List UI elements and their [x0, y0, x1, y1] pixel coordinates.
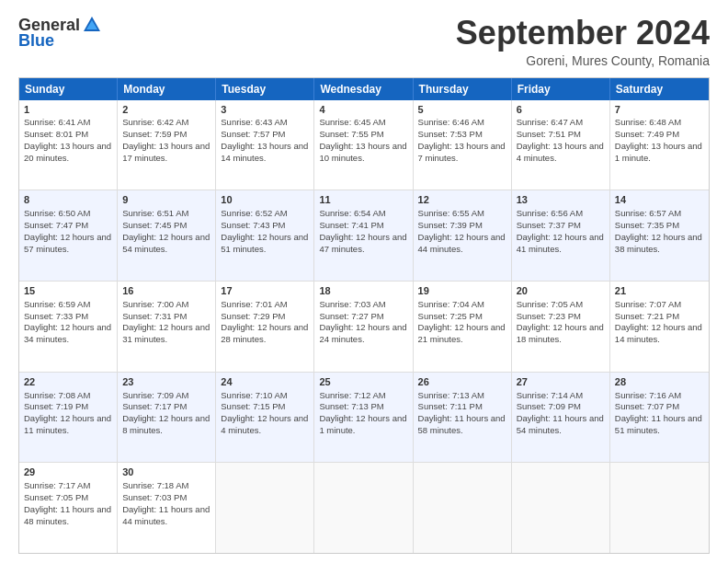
sunset-text: Sunset: 7:47 PM — [24, 220, 88, 230]
logo-icon — [82, 15, 102, 35]
day-number: 11 — [319, 193, 407, 207]
sunrise-text: Sunrise: 7:08 AM — [24, 390, 90, 400]
sunset-text: Sunset: 7:29 PM — [221, 311, 285, 321]
day-number: 4 — [319, 103, 407, 117]
sunset-text: Sunset: 7:11 PM — [418, 401, 483, 411]
sunset-text: Sunset: 7:27 PM — [319, 311, 383, 321]
day-cell-12: 12Sunrise: 6:55 AMSunset: 7:39 PMDayligh… — [414, 190, 512, 281]
day-cell-6: 6Sunrise: 6:47 AMSunset: 7:51 PMDaylight… — [512, 100, 610, 190]
sunset-text: Sunset: 7:31 PM — [122, 311, 187, 321]
sunset-text: Sunset: 7:39 PM — [418, 220, 483, 230]
sunrise-text: Sunrise: 6:47 AM — [517, 117, 583, 127]
sunset-text: Sunset: 7:03 PM — [122, 492, 187, 502]
sunrise-text: Sunrise: 7:09 AM — [122, 390, 188, 400]
day-header-wednesday: Wednesday — [314, 78, 413, 100]
calendar-row-4: 22Sunrise: 7:08 AMSunset: 7:19 PMDayligh… — [19, 372, 709, 463]
day-header-saturday: Saturday — [610, 78, 709, 100]
sunrise-text: Sunrise: 6:51 AM — [122, 208, 188, 218]
day-number: 1 — [24, 103, 112, 117]
daylight-text: Daylight: 12 hours and 21 minutes. — [418, 322, 506, 344]
day-number: 19 — [418, 284, 506, 298]
sunrise-text: Sunrise: 7:01 AM — [221, 299, 287, 309]
sunset-text: Sunset: 7:23 PM — [517, 311, 581, 321]
day-number: 5 — [418, 103, 506, 117]
title-block: September 2024 Goreni, Mures County, Rom… — [456, 15, 710, 68]
day-number: 16 — [122, 284, 210, 298]
day-number: 29 — [24, 465, 112, 479]
daylight-text: Daylight: 12 hours and 41 minutes. — [517, 232, 604, 254]
calendar-header-row: SundayMondayTuesdayWednesdayThursdayFrid… — [19, 78, 709, 100]
day-cell-26: 26Sunrise: 7:13 AMSunset: 7:11 PMDayligh… — [414, 373, 512, 463]
day-number: 25 — [319, 375, 407, 389]
day-number: 21 — [615, 284, 704, 298]
day-number: 8 — [24, 193, 112, 207]
sunrise-text: Sunrise: 6:43 AM — [221, 117, 287, 127]
day-cell-1: 1Sunrise: 6:41 AMSunset: 8:01 PMDaylight… — [19, 100, 118, 190]
day-cell-13: 13Sunrise: 6:56 AMSunset: 7:37 PMDayligh… — [512, 190, 610, 281]
daylight-text: Daylight: 13 hours and 7 minutes. — [418, 141, 506, 163]
sunrise-text: Sunrise: 7:05 AM — [517, 299, 583, 309]
sunrise-text: Sunrise: 7:13 AM — [418, 390, 484, 400]
sunrise-text: Sunrise: 6:59 AM — [24, 299, 90, 309]
daylight-text: Daylight: 11 hours and 48 minutes. — [24, 504, 111, 526]
sunrise-text: Sunrise: 7:12 AM — [319, 390, 385, 400]
logo-blue-text: Blue — [18, 31, 54, 51]
sunrise-text: Sunrise: 6:56 AM — [517, 208, 583, 218]
daylight-text: Daylight: 12 hours and 1 minute. — [319, 413, 406, 435]
daylight-text: Daylight: 12 hours and 14 minutes. — [615, 322, 702, 344]
day-cell-4: 4Sunrise: 6:45 AMSunset: 7:55 PMDaylight… — [314, 100, 413, 190]
daylight-text: Daylight: 12 hours and 28 minutes. — [221, 322, 308, 344]
daylight-text: Daylight: 12 hours and 57 minutes. — [24, 232, 111, 254]
day-cell-20: 20Sunrise: 7:05 AMSunset: 7:23 PMDayligh… — [512, 282, 610, 372]
day-cell-empty-4 — [414, 463, 512, 553]
day-number: 26 — [418, 375, 506, 389]
day-header-thursday: Thursday — [414, 78, 512, 100]
daylight-text: Daylight: 11 hours and 51 minutes. — [615, 413, 702, 435]
day-cell-28: 28Sunrise: 7:16 AMSunset: 7:07 PMDayligh… — [610, 373, 709, 463]
sunset-text: Sunset: 7:55 PM — [319, 129, 383, 139]
calendar-row-2: 8Sunrise: 6:50 AMSunset: 7:47 PMDaylight… — [19, 190, 709, 281]
sunrise-text: Sunrise: 7:14 AM — [517, 390, 583, 400]
sunset-text: Sunset: 7:05 PM — [24, 492, 88, 502]
day-number: 18 — [319, 284, 407, 298]
calendar-row-3: 15Sunrise: 6:59 AMSunset: 7:33 PMDayligh… — [19, 281, 709, 372]
daylight-text: Daylight: 13 hours and 17 minutes. — [122, 141, 210, 163]
daylight-text: Daylight: 12 hours and 51 minutes. — [221, 232, 308, 254]
sunrise-text: Sunrise: 6:46 AM — [418, 117, 484, 127]
sunrise-text: Sunrise: 7:18 AM — [122, 480, 188, 490]
daylight-text: Daylight: 12 hours and 4 minutes. — [221, 413, 308, 435]
sunset-text: Sunset: 7:33 PM — [24, 311, 88, 321]
sunset-text: Sunset: 7:35 PM — [615, 220, 679, 230]
day-cell-14: 14Sunrise: 6:57 AMSunset: 7:35 PMDayligh… — [610, 190, 709, 281]
sunrise-text: Sunrise: 7:03 AM — [319, 299, 385, 309]
daylight-text: Daylight: 13 hours and 14 minutes. — [221, 141, 308, 163]
day-number: 7 — [615, 103, 704, 117]
sunset-text: Sunset: 7:25 PM — [418, 311, 483, 321]
sunrise-text: Sunrise: 7:17 AM — [24, 480, 90, 490]
day-number: 24 — [221, 375, 309, 389]
sunrise-text: Sunrise: 6:57 AM — [615, 208, 681, 218]
sunset-text: Sunset: 7:15 PM — [221, 401, 285, 411]
sunset-text: Sunset: 7:51 PM — [517, 129, 581, 139]
day-cell-7: 7Sunrise: 6:48 AMSunset: 7:49 PMDaylight… — [610, 100, 709, 190]
day-number: 3 — [221, 103, 309, 117]
day-cell-15: 15Sunrise: 6:59 AMSunset: 7:33 PMDayligh… — [19, 282, 118, 372]
sunset-text: Sunset: 7:37 PM — [517, 220, 581, 230]
daylight-text: Daylight: 11 hours and 54 minutes. — [517, 413, 604, 435]
month-title: September 2024 — [456, 15, 710, 52]
logo: General Blue — [18, 15, 102, 51]
daylight-text: Daylight: 12 hours and 31 minutes. — [122, 322, 210, 344]
daylight-text: Daylight: 12 hours and 38 minutes. — [615, 232, 702, 254]
day-number: 13 — [517, 193, 605, 207]
day-number: 12 — [418, 193, 506, 207]
daylight-text: Daylight: 12 hours and 54 minutes. — [122, 232, 210, 254]
sunrise-text: Sunrise: 6:41 AM — [24, 117, 90, 127]
daylight-text: Daylight: 12 hours and 11 minutes. — [24, 413, 111, 435]
day-cell-22: 22Sunrise: 7:08 AMSunset: 7:19 PMDayligh… — [19, 373, 118, 463]
sunset-text: Sunset: 7:45 PM — [122, 220, 187, 230]
sunrise-text: Sunrise: 7:16 AM — [615, 390, 681, 400]
day-number: 15 — [24, 284, 112, 298]
day-cell-23: 23Sunrise: 7:09 AMSunset: 7:17 PMDayligh… — [118, 373, 216, 463]
daylight-text: Daylight: 12 hours and 8 minutes. — [122, 413, 210, 435]
sunrise-text: Sunrise: 6:54 AM — [319, 208, 385, 218]
